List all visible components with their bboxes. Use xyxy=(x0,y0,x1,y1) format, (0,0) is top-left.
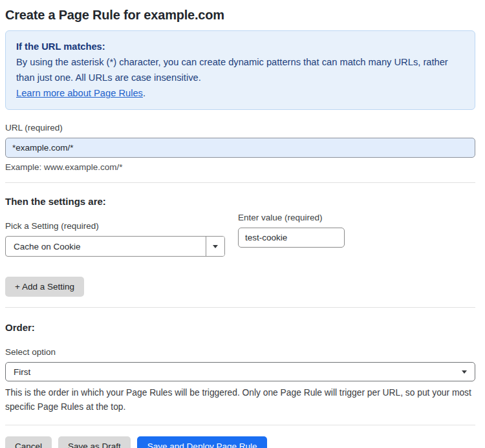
order-help-text: This is the order in which your Page Rul… xyxy=(5,386,475,414)
infobox-link-line: Learn more about Page Rules. xyxy=(16,85,464,101)
infobox-link-period: . xyxy=(143,88,146,98)
settings-row: Pick a Setting (required) Cache on Cooki… xyxy=(5,208,475,257)
infobox-heading: If the URL matches: xyxy=(16,39,464,54)
form-actions: Cancel Save as Draft Save and Deploy Pag… xyxy=(5,436,475,448)
divider xyxy=(5,425,475,425)
pick-setting-select[interactable]: Cache on Cookie xyxy=(5,236,225,257)
save-and-deploy-button[interactable]: Save and Deploy Page Rule xyxy=(137,436,268,448)
order-section-heading: Order: xyxy=(5,322,475,333)
divider xyxy=(5,182,475,183)
pick-setting-arrow-button[interactable] xyxy=(206,237,224,256)
chevron-down-icon xyxy=(462,370,467,374)
order-selected-value: First xyxy=(14,367,30,377)
pick-setting-selected-value: Cache on Cookie xyxy=(6,237,206,256)
save-as-draft-button[interactable]: Save as Draft xyxy=(58,436,131,448)
order-select-label: Select option xyxy=(5,347,475,357)
enter-value-label: Enter value (required) xyxy=(238,213,345,222)
enter-value-column: Enter value (required) xyxy=(238,213,345,257)
url-label: URL (required) xyxy=(5,123,475,133)
divider xyxy=(5,307,475,308)
url-input[interactable] xyxy=(5,138,475,158)
learn-more-page-rules-link[interactable]: Learn more about Page Rules xyxy=(16,88,143,98)
url-match-infobox: If the URL matches: By using the asteris… xyxy=(5,30,475,110)
chevron-down-icon xyxy=(213,245,218,248)
page-title: Create a Page Rule for example.com xyxy=(5,8,475,23)
cancel-button[interactable]: Cancel xyxy=(5,436,52,448)
url-example-text: Example: www.example.com/* xyxy=(5,162,475,172)
infobox-body: By using the asterisk (*) character, you… xyxy=(16,54,456,85)
create-page-rule-form: Create a Page Rule for example.com If th… xyxy=(0,0,485,448)
add-setting-button[interactable]: + Add a Setting xyxy=(5,277,84,297)
settings-section-heading: Then the settings are: xyxy=(5,196,475,207)
pick-setting-column: Pick a Setting (required) Cache on Cooki… xyxy=(5,208,225,257)
setting-value-input[interactable] xyxy=(238,228,345,248)
pick-setting-label: Pick a Setting (required) xyxy=(5,221,225,231)
order-select[interactable]: First xyxy=(5,362,475,381)
